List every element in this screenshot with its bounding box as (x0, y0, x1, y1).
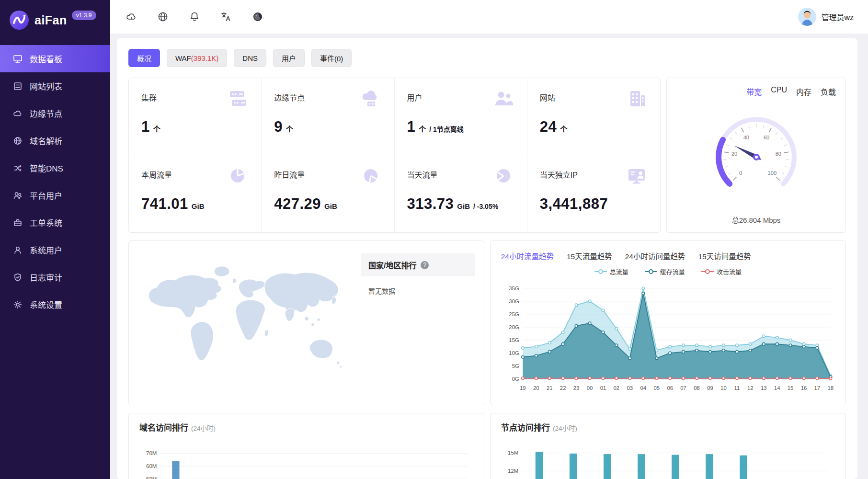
tab-users[interactable]: 用户 (273, 49, 305, 67)
tab-waf[interactable]: WAF(393.1K) (167, 49, 227, 67)
tab-15d-visits-trend[interactable]: 15天访问量趋势 (698, 251, 751, 261)
svg-text:08: 08 (694, 385, 700, 391)
sidebar-item-label: 网站列表 (30, 80, 62, 92)
sidebar-item-label: 数据看板 (30, 53, 62, 65)
node-rank-subtitle: (24小时) (553, 425, 577, 432)
cloud-node-icon (360, 89, 382, 111)
tab-15d-traffic-trend[interactable]: 15天流量趋势 (567, 251, 612, 261)
tab-bandwidth[interactable]: 带宽 (746, 86, 762, 97)
stat-title: 集群 (141, 89, 157, 103)
svg-text:06: 06 (667, 385, 673, 391)
legend-label: 攻击流量 (717, 267, 742, 276)
tab-cpu[interactable]: CPU (771, 86, 787, 97)
website-icon (626, 89, 648, 111)
tab-memory[interactable]: 内存 (796, 86, 811, 97)
stat-value: 313.73GiB/ -3.05% (407, 195, 514, 213)
dashboard-content: 概况 WAF(393.1K) DNS 用户 事件(0) 集群 1个 边缘节点 (117, 38, 857, 479)
sidebar-item-log-audit[interactable]: 日志审计 (0, 263, 110, 291)
tab-events[interactable]: 事件(0) (311, 49, 352, 67)
cloud-status-icon[interactable] (126, 11, 137, 23)
stat-card-unique-ip: 当天独立IP 3,441,887 (527, 155, 660, 232)
svg-text:50M: 50M (146, 476, 157, 479)
sidebar-item-dashboard[interactable]: 数据看板 (0, 45, 110, 72)
help-icon[interactable]: ? (421, 261, 429, 269)
svg-text:20G: 20G (509, 324, 519, 330)
avatar (798, 8, 816, 26)
pie-chart-icon (492, 166, 514, 188)
bandwidth-gauge-chart: 020406080100 (702, 110, 811, 202)
stat-title: 昨日流量 (274, 166, 305, 180)
legend-marker (645, 269, 657, 274)
svg-text:00: 00 (586, 385, 593, 391)
domain-rank-subtitle: (24小时) (191, 425, 216, 432)
domain-rank-panel: 域名访问排行(24小时) 70M60M50M40M30M20M10M0 (128, 413, 484, 479)
svg-text:21: 21 (547, 385, 553, 391)
svg-text:13: 13 (761, 385, 767, 391)
traffic-trend-panel: 24小时流量趋势 15天流量趋势 24小时访问量趋势 15天访问量趋势 总流量缓… (490, 240, 846, 405)
tab-24h-visits-trend[interactable]: 24小时访问量趋势 (625, 251, 685, 261)
svg-text:60M: 60M (146, 463, 157, 469)
stat-title: 网站 (540, 89, 555, 103)
svg-text:80: 80 (775, 150, 781, 156)
bell-icon[interactable] (189, 11, 200, 23)
svg-text:35G: 35G (509, 285, 519, 291)
svg-text:23: 23 (573, 385, 580, 391)
sidebar-item-edge-nodes[interactable]: 边缘节点 (0, 100, 110, 127)
svg-text:03: 03 (627, 385, 633, 391)
svg-text:100: 100 (767, 170, 777, 175)
tab-dns[interactable]: DNS (234, 49, 266, 67)
sidebar-item-dns-resolution[interactable]: 域名解析 (0, 127, 110, 154)
sidebar-item-smart-dns[interactable]: 智能DNS (0, 154, 110, 182)
user-name: 管理员wz (821, 11, 854, 23)
stat-value: 1个 (141, 118, 249, 136)
legend-marker (701, 269, 714, 274)
stat-title: 本周流量 (141, 166, 172, 180)
svg-text:15G: 15G (509, 337, 519, 343)
user-icon (13, 245, 23, 255)
svg-text:02: 02 (613, 385, 619, 391)
server-icon (227, 89, 249, 111)
shuffle-icon (13, 163, 23, 173)
translate-icon[interactable] (220, 11, 232, 23)
sidebar-item-system-users[interactable]: 系统用户 (0, 236, 110, 263)
sidebar-item-platform-users[interactable]: 平台用户 (0, 182, 110, 209)
legend-item[interactable]: 缓存流量 (645, 267, 685, 276)
svg-text:0: 0 (739, 170, 742, 175)
stat-card-websites: 网站 24个 (527, 78, 660, 155)
geo-rank-list: 国家/地区排行 ? 暂无数据 (361, 248, 475, 398)
svg-text:01: 01 (600, 385, 606, 391)
stat-card-cluster: 集群 1个 (129, 78, 262, 155)
stat-card-week-traffic: 本周流量 741.01GiB (129, 155, 262, 232)
svg-text:5G: 5G (512, 363, 519, 369)
sidebar: aiFan v1.3.9 数据看板 网站列表 边缘节点 域名解析 智能DNS 平… (0, 0, 110, 479)
tab-load[interactable]: 负载 (821, 86, 836, 97)
stat-card-edge-nodes: 边缘节点 9个 (262, 78, 394, 155)
sidebar-item-ticket-system[interactable]: 工单系统 (0, 209, 110, 236)
tab-24h-traffic-trend[interactable]: 24小时流量趋势 (501, 251, 554, 261)
svg-text:70M: 70M (146, 450, 157, 456)
stat-value: 741.01GiB (141, 195, 249, 213)
gear-icon (13, 300, 23, 309)
sidebar-item-website-list[interactable]: 网站列表 (0, 72, 110, 100)
stat-value: 3,441,887 (540, 195, 648, 213)
dashboard-icon (13, 54, 23, 64)
sidebar-item-system-settings[interactable]: 系统设置 (0, 291, 110, 318)
globe-icon[interactable] (157, 11, 169, 23)
tab-overview[interactable]: 概况 (128, 49, 160, 67)
sidebar-item-label: 平台用户 (30, 189, 62, 201)
legend-item[interactable]: 攻击流量 (701, 267, 742, 276)
user-menu[interactable]: 管理员wz (798, 8, 854, 26)
domain-rank-title: 域名访问排行 (139, 423, 188, 433)
version-badge: v1.3.9 (72, 11, 96, 20)
stat-card-today-traffic: 当天流量 313.73GiB/ -3.05% (395, 155, 527, 232)
svg-text:0G: 0G (512, 376, 519, 382)
svg-text:09: 09 (707, 385, 713, 391)
briefcase-icon (13, 218, 23, 228)
pie-chart-icon (360, 166, 382, 188)
sidebar-item-label: 系统用户 (30, 244, 62, 256)
theme-toggle-icon[interactable] (252, 11, 263, 23)
app-logo-row: aiFan v1.3.9 (0, 0, 110, 38)
svg-text:17: 17 (814, 385, 820, 391)
sidebar-item-label: 域名解析 (30, 135, 62, 147)
legend-item[interactable]: 总流量 (594, 267, 628, 276)
